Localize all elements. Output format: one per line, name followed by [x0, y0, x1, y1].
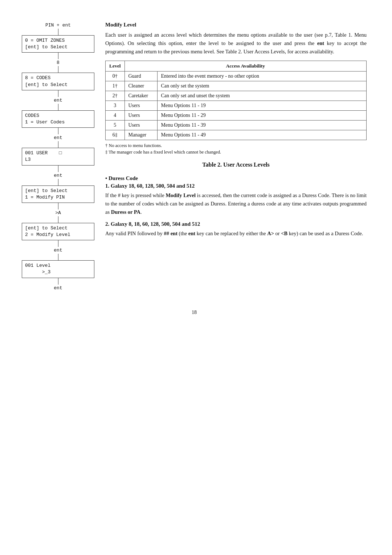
- flow-connector-4: ent: [22, 166, 94, 185]
- table-cell-name: Manager: [124, 130, 157, 140]
- flow-line-13: [58, 254, 58, 260]
- flow-label-ent-3: ent: [54, 172, 62, 179]
- flow-box-modify-pin: [ent] to Select 1 = Modify PIN: [22, 185, 94, 203]
- flow-label-ent-1: ent: [54, 97, 62, 104]
- table-cell-name: Cleaner: [124, 81, 157, 91]
- modify-level-body: Each user is assigned an access level wh…: [105, 31, 367, 56]
- table-row: 3UsersMenu Options 11 - 19: [106, 101, 367, 110]
- access-levels-table: Level Access Availability 0†GuardEntered…: [105, 61, 367, 140]
- page-layout: PIN + ent 0 = OMIT ZONES [ent] to Select…: [22, 22, 367, 291]
- flow-label-a: >A: [55, 209, 61, 216]
- footnote-1: † No access to menu functions.: [105, 142, 367, 149]
- table-cell-access: Can only set the system: [157, 81, 367, 91]
- section1-body: If the # key is pressed while Modify Lev…: [105, 191, 367, 217]
- table-cell-access: Menu Options 11 - 29: [157, 110, 367, 120]
- table-row: 4UsersMenu Options 11 - 29: [106, 110, 367, 120]
- duress-code-bullet: • Duress Code: [105, 175, 367, 181]
- flow-line-11: [58, 216, 58, 223]
- page-number: 18: [22, 310, 367, 315]
- flow-line-12: [58, 240, 58, 247]
- flow-box-user-codes: CODES 1 = User Codes: [22, 110, 94, 128]
- table-cell-level: 6‡: [106, 130, 125, 140]
- flow-label-ent-5: ent: [54, 285, 62, 291]
- content-column: Modify Level Each user is assigned an ac…: [105, 22, 367, 242]
- flow-connector-2: ent: [22, 90, 94, 110]
- section2-body: Any valid PIN followed by ## ent (the en…: [105, 229, 367, 238]
- table-row: 0†GuardEntered into the event memory - n…: [106, 71, 367, 81]
- flow-line-4: [58, 90, 58, 97]
- table-cell-access: Menu Options 11 - 49: [157, 130, 367, 140]
- flow-line-6: [58, 128, 58, 134]
- section1-title: 1. Galaxy 18, 60, 128, 500, 504 and 512: [105, 183, 367, 189]
- table-footnotes: † No access to menu functions. ‡ The man…: [105, 142, 367, 156]
- table-cell-level: 3: [106, 101, 125, 110]
- section2-title: 2. Galaxy 8, 18, 60, 128, 500, 504 and 5…: [105, 221, 367, 227]
- flow-item-pin-ent: PIN + ent: [22, 22, 94, 35]
- table-cell-level: 5: [106, 120, 125, 130]
- table-cell-name: Users: [124, 110, 157, 120]
- table-header-access: Access Availability: [124, 61, 367, 71]
- flow-label-8: 8: [57, 59, 60, 66]
- flowchart-column: PIN + ent 0 = OMIT ZONES [ent] to Select…: [22, 22, 94, 291]
- table-cell-level: 0†: [106, 71, 125, 81]
- flow-connector-6: ent: [22, 240, 94, 260]
- table-cell-name: Users: [124, 120, 157, 130]
- table-cell-access: Menu Options 11 - 19: [157, 101, 367, 110]
- table-cell-name: Users: [124, 101, 157, 110]
- flow-label-ent-2: ent: [54, 134, 62, 141]
- table-cell-access: Menu Options 11 - 39: [157, 120, 367, 130]
- flow-box-001-level: 001 Level >_3: [22, 260, 94, 278]
- flow-box-omit-zones: 0 = OMIT ZONES [ent] to Select: [22, 35, 94, 53]
- flow-line-8: [58, 166, 58, 172]
- footnote-2: ‡ The manager code has a fixed level whi…: [105, 149, 367, 156]
- table-row: 6‡ManagerMenu Options 11 - 49: [106, 130, 367, 140]
- flow-connector-1: 8: [22, 53, 94, 73]
- table-cell-access: Can only set and unset the system: [157, 91, 367, 101]
- table-cell-name: Caretaker: [124, 91, 157, 101]
- table-cell-name: Guard: [124, 71, 157, 81]
- flow-line-14: [58, 278, 58, 285]
- flow-line-9: [58, 179, 58, 185]
- flow-box-codes: 8 = CODES [ent] to Select: [22, 73, 94, 90]
- table-cell-level: 1†: [106, 81, 125, 91]
- flow-line-7: [58, 141, 58, 148]
- flow-connector-7: ent: [22, 278, 94, 291]
- table-row: 2†CaretakerCan only set and unset the sy…: [106, 91, 367, 101]
- table-caption: Table 2. User Access Levels: [105, 162, 367, 168]
- table-cell-level: 2†: [106, 91, 125, 101]
- flow-line-3: [58, 66, 58, 73]
- modify-level-title: Modify Level: [105, 22, 367, 28]
- table-row: 1†CleanerCan only set the system: [106, 81, 367, 91]
- flow-line-2: [58, 53, 58, 59]
- flow-label-pin-ent: PIN + ent: [45, 22, 71, 29]
- table-cell-level: 4: [106, 110, 125, 120]
- table-header-level: Level: [106, 61, 125, 71]
- flow-line-1: [58, 29, 58, 35]
- flow-connector-5: >A: [22, 203, 94, 223]
- flow-box-001-user: 001 USER □ L3: [22, 148, 94, 165]
- flow-box-modify-level: [ent] to Select 2 = Modify Level: [22, 223, 94, 240]
- flow-label-ent-4: ent: [54, 247, 62, 254]
- table-row: 5UsersMenu Options 11 - 39: [106, 120, 367, 130]
- flow-line-10: [58, 203, 58, 209]
- flow-line-5: [58, 104, 58, 110]
- table-cell-access: Entered into the event memory - no other…: [157, 71, 367, 81]
- flow-connector-3: ent: [22, 128, 94, 148]
